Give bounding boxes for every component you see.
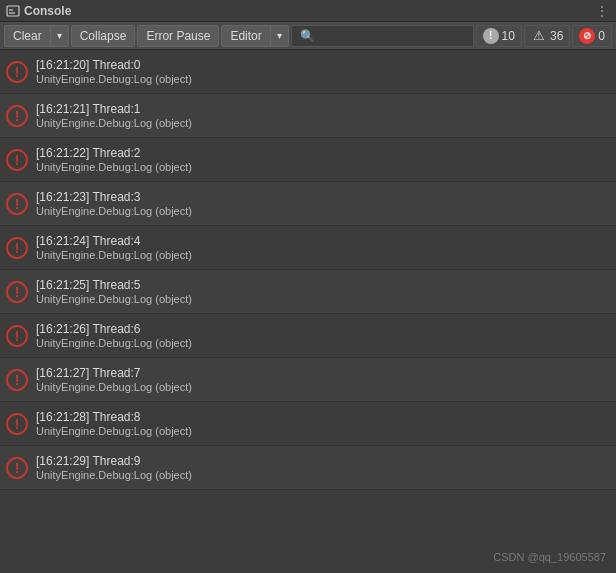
search-icon: 🔍 <box>300 29 315 43</box>
log-title: [16:21:27] Thread:7 <box>36 366 192 380</box>
log-subtitle: UnityEngine.Debug:Log (object) <box>36 381 192 393</box>
editor-group: Editor ▾ <box>221 25 288 47</box>
log-text: [16:21:28] Thread:8 UnityEngine.Debug:Lo… <box>36 410 192 437</box>
error-count: 0 <box>598 29 605 43</box>
warn-count: 36 <box>550 29 563 43</box>
log-text: [16:21:23] Thread:3 UnityEngine.Debug:Lo… <box>36 190 192 217</box>
editor-button[interactable]: Editor <box>221 25 270 47</box>
log-item[interactable]: ! [16:21:21] Thread:1 UnityEngine.Debug:… <box>0 94 616 138</box>
collapse-button[interactable]: Collapse <box>71 25 136 47</box>
log-text: [16:21:25] Thread:5 UnityEngine.Debug:Lo… <box>36 278 192 305</box>
log-item[interactable]: ! [16:21:28] Thread:8 UnityEngine.Debug:… <box>0 402 616 446</box>
log-text: [16:21:24] Thread:4 UnityEngine.Debug:Lo… <box>36 234 192 261</box>
log-text: [16:21:20] Thread:0 UnityEngine.Debug:Lo… <box>36 58 192 85</box>
error-badge-button[interactable]: ⊘ 0 <box>572 25 612 47</box>
info-icon: ! <box>483 28 499 44</box>
log-error-icon: ! <box>6 149 28 171</box>
log-item[interactable]: ! [16:21:24] Thread:4 UnityEngine.Debug:… <box>0 226 616 270</box>
log-text: [16:21:22] Thread:2 UnityEngine.Debug:Lo… <box>36 146 192 173</box>
log-subtitle: UnityEngine.Debug:Log (object) <box>36 249 192 261</box>
title-menu-icon[interactable]: ⋮ <box>594 3 610 19</box>
log-error-icon: ! <box>6 237 28 259</box>
log-error-icon: ! <box>6 413 28 435</box>
search-wrapper: 🔍 <box>291 25 474 47</box>
log-error-icon: ! <box>6 193 28 215</box>
log-text: [16:21:27] Thread:7 UnityEngine.Debug:Lo… <box>36 366 192 393</box>
log-subtitle: UnityEngine.Debug:Log (object) <box>36 73 192 85</box>
log-error-icon: ! <box>6 105 28 127</box>
window-title: Console <box>24 4 594 18</box>
log-error-icon: ! <box>6 61 28 83</box>
toolbar: Clear ▾ Collapse Error Pause Editor ▾ 🔍 … <box>0 22 616 50</box>
warn-badge-button[interactable]: ⚠ 36 <box>524 25 570 47</box>
log-subtitle: UnityEngine.Debug:Log (object) <box>36 469 192 481</box>
info-count: 10 <box>502 29 515 43</box>
log-item[interactable]: ! [16:21:27] Thread:7 UnityEngine.Debug:… <box>0 358 616 402</box>
log-error-icon: ! <box>6 281 28 303</box>
log-text: [16:21:29] Thread:9 UnityEngine.Debug:Lo… <box>36 454 192 481</box>
log-item[interactable]: ! [16:21:26] Thread:6 UnityEngine.Debug:… <box>0 314 616 358</box>
clear-button[interactable]: Clear <box>4 25 51 47</box>
log-title: [16:21:21] Thread:1 <box>36 102 192 116</box>
log-title: [16:21:25] Thread:5 <box>36 278 192 292</box>
log-title: [16:21:23] Thread:3 <box>36 190 192 204</box>
log-title: [16:21:20] Thread:0 <box>36 58 192 72</box>
log-text: [16:21:26] Thread:6 UnityEngine.Debug:Lo… <box>36 322 192 349</box>
editor-dropdown-button[interactable]: ▾ <box>271 25 289 47</box>
log-error-icon: ! <box>6 325 28 347</box>
title-bar: Console ⋮ <box>0 0 616 22</box>
log-text: [16:21:21] Thread:1 UnityEngine.Debug:Lo… <box>36 102 192 129</box>
log-error-icon: ! <box>6 369 28 391</box>
console-icon <box>6 4 20 18</box>
search-input[interactable] <box>317 26 469 46</box>
warn-icon: ⚠ <box>531 28 547 44</box>
clear-dropdown-button[interactable]: ▾ <box>51 25 69 47</box>
svg-rect-0 <box>7 6 19 16</box>
log-subtitle: UnityEngine.Debug:Log (object) <box>36 425 192 437</box>
log-subtitle: UnityEngine.Debug:Log (object) <box>36 293 192 305</box>
error-pause-button[interactable]: Error Pause <box>137 25 219 47</box>
error-icon: ⊘ <box>579 28 595 44</box>
log-subtitle: UnityEngine.Debug:Log (object) <box>36 205 192 217</box>
log-item[interactable]: ! [16:21:20] Thread:0 UnityEngine.Debug:… <box>0 50 616 94</box>
log-subtitle: UnityEngine.Debug:Log (object) <box>36 117 192 129</box>
log-title: [16:21:26] Thread:6 <box>36 322 192 336</box>
log-error-icon: ! <box>6 457 28 479</box>
log-title: [16:21:22] Thread:2 <box>36 146 192 160</box>
log-item[interactable]: ! [16:21:23] Thread:3 UnityEngine.Debug:… <box>0 182 616 226</box>
log-item[interactable]: ! [16:21:29] Thread:9 UnityEngine.Debug:… <box>0 446 616 490</box>
log-item[interactable]: ! [16:21:25] Thread:5 UnityEngine.Debug:… <box>0 270 616 314</box>
log-title: [16:21:29] Thread:9 <box>36 454 192 468</box>
log-subtitle: UnityEngine.Debug:Log (object) <box>36 161 192 173</box>
log-subtitle: UnityEngine.Debug:Log (object) <box>36 337 192 349</box>
log-item[interactable]: ! [16:21:22] Thread:2 UnityEngine.Debug:… <box>0 138 616 182</box>
log-area[interactable]: ! [16:21:20] Thread:0 UnityEngine.Debug:… <box>0 50 616 573</box>
log-title: [16:21:28] Thread:8 <box>36 410 192 424</box>
clear-group: Clear ▾ <box>4 25 69 47</box>
log-title: [16:21:24] Thread:4 <box>36 234 192 248</box>
info-badge-button[interactable]: ! 10 <box>476 25 522 47</box>
